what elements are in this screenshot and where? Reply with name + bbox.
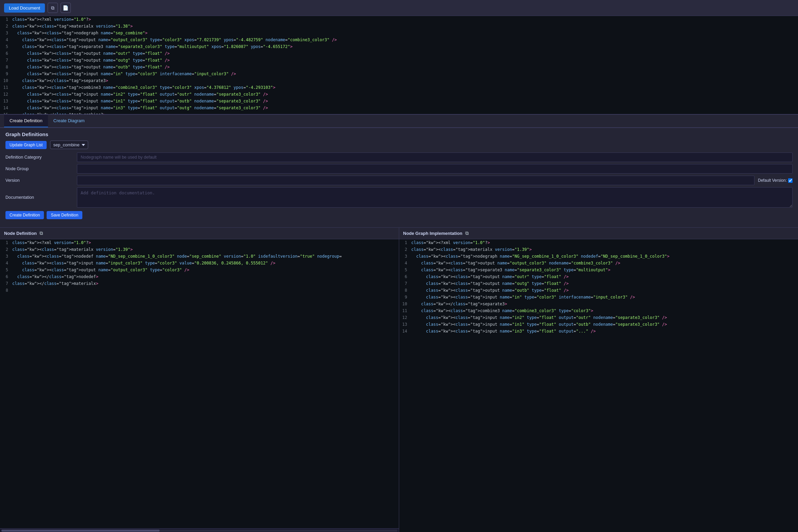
tabs-bar: Create Definition Create Diagram	[0, 115, 798, 128]
def-category-label: Definition Category	[5, 153, 77, 162]
table-row: 1class="kw"><?xml version="1.0"?>	[0, 239, 399, 246]
table-row: 3 class="kw"><class="tag">nodedef name="…	[0, 253, 399, 260]
table-row: 3 class="kw"><class="tag">nodegraph name…	[399, 253, 798, 260]
section-title: Graph Definitions	[5, 131, 793, 137]
table-row: 4 class="kw"><class="tag">output name="o…	[0, 36, 798, 43]
table-row: 12 class="kw"><class="tag">input name="i…	[399, 314, 798, 321]
default-version-checkbox[interactable]	[788, 178, 793, 183]
documentation-textarea[interactable]	[77, 187, 793, 208]
table-row: 1class="kw"><?xml version="1.0"?>	[0, 16, 798, 23]
table-row: 5 class="kw"><class="tag">output name="o…	[0, 267, 399, 273]
table-row: 4 class="kw"><class="tag">input name="in…	[0, 260, 399, 267]
table-row: 12 class="kw"><class="tag">input name="i…	[0, 91, 798, 98]
table-row: 11 class="kw"><class="tag">combine3 name…	[399, 307, 798, 314]
table-row: 8 class="kw"><class="tag">output name="o…	[399, 287, 798, 294]
bottom-section: Node Definition ⧉ 1class="kw"><?xml vers…	[0, 227, 798, 532]
tabs-section: Create Definition Create Diagram	[0, 115, 798, 128]
node-definition-title: Node Definition	[4, 231, 37, 236]
table-row: 1class="kw"><?xml version="1.0"?>	[399, 239, 798, 246]
default-version-label: Default Version:	[758, 178, 793, 183]
graph-definitions-section: Graph Definitions Update Graph List sep_…	[0, 128, 798, 227]
documentation-label: Documentation	[5, 193, 77, 202]
table-row: 7 class="kw"><class="tag">output name="o…	[0, 57, 798, 64]
new-button[interactable]: 📄	[61, 3, 71, 13]
node-definition-panel: Node Definition ⧉ 1class="kw"><?xml vers…	[0, 227, 399, 532]
save-definition-button[interactable]: Save Definition	[47, 211, 82, 219]
node-graph-header: Node Graph Implementation ⧉	[399, 228, 798, 239]
table-row: 11 class="kw"><class="tag">combine3 name…	[0, 84, 798, 91]
node-def-scrollbar[interactable]	[0, 528, 399, 532]
version-label: Version	[5, 176, 77, 185]
table-row: 2class="kw"><class="tag">materialx versi…	[399, 246, 798, 253]
table-row: 14 class="kw"><class="tag">input name="i…	[0, 104, 798, 111]
version-row: 1.0 Default Version:	[77, 176, 793, 185]
version-input[interactable]: 1.0	[77, 176, 754, 185]
table-row: 15 class="kw"></class="tag">combine3>	[0, 111, 798, 115]
middle-section: Create Definition Create Diagram Graph D…	[0, 115, 798, 227]
node-graph-panel: Node Graph Implementation ⧉ 1class="kw">…	[399, 227, 798, 532]
table-row: 9 class="kw"><class="tag">input name="in…	[399, 294, 798, 301]
node-graph-copy-icon[interactable]: ⧉	[465, 230, 469, 236]
table-row: 2class="kw"><class="tag">materialx versi…	[0, 23, 798, 30]
def-category-input[interactable]	[77, 152, 793, 162]
node-group-label: Node Group	[5, 164, 77, 173]
table-row: 13 class="kw"><class="tag">input name="i…	[0, 98, 798, 104]
table-row: 13 class="kw"><class="tag">input name="i…	[399, 321, 798, 328]
copy-button-1[interactable]: ⧉	[48, 3, 58, 13]
table-row: 9 class="kw"><class="tag">input name="in…	[0, 70, 798, 77]
graph-select[interactable]: sep_combine	[50, 141, 88, 149]
table-row: 2class="kw"><class="tag">materialx versi…	[0, 246, 399, 253]
table-row: 8	[0, 287, 399, 294]
table-row: 3 class="kw"><class="tag">nodegraph name…	[0, 30, 798, 36]
top-code-editor: 1class="kw"><?xml version="1.0"?>2class=…	[0, 16, 798, 115]
table-row: 8 class="kw"><class="tag">output name="o…	[0, 64, 798, 70]
table-row: 6 class="kw"><class="tag">output name="o…	[0, 50, 798, 57]
table-row: 7 class="kw"><class="tag">output name="o…	[399, 280, 798, 287]
load-document-button[interactable]: Load Document	[4, 3, 45, 13]
toolbar: Load Document ⧉ 📄	[0, 0, 798, 16]
node-definition-header: Node Definition ⧉	[0, 228, 399, 239]
definition-form: Definition Category Node Group procedura…	[5, 152, 793, 208]
update-graph-list-button[interactable]: Update Graph List	[5, 141, 47, 149]
graph-controls-row: Update Graph List sep_combine	[5, 141, 793, 149]
table-row: 4 class="kw"><class="tag">output name="o…	[399, 260, 798, 267]
create-definition-button[interactable]: Create Definition	[5, 211, 44, 219]
node-definition-copy-icon[interactable]: ⧉	[39, 230, 43, 236]
node-graph-title: Node Graph Implementation	[403, 231, 462, 236]
node-definition-code: 1class="kw"><?xml version="1.0"?>2class=…	[0, 239, 399, 528]
table-row: 7class="kw"></class="tag">materialx>	[0, 280, 399, 287]
tab-create-diagram[interactable]: Create Diagram	[48, 115, 90, 127]
table-row: 6 class="kw"></class="tag">nodedef>	[0, 273, 399, 280]
table-row: 5 class="kw"><class="tag">separate3 name…	[0, 43, 798, 50]
new-icon: 📄	[63, 5, 68, 11]
table-row: 14 class="kw"><class="tag">input name="i…	[399, 328, 798, 335]
tab-create-definition[interactable]: Create Definition	[4, 115, 48, 127]
table-row: 10 class="kw"></class="tag">separate3>	[0, 77, 798, 84]
action-buttons: Create Definition Save Definition	[5, 211, 793, 219]
table-row: 5 class="kw"><class="tag">separate3 name…	[399, 267, 798, 273]
node-def-thumb	[1, 530, 160, 532]
table-row: 6 class="kw"><class="tag">output name="o…	[399, 273, 798, 280]
node-group-input[interactable]: procedural	[77, 164, 793, 174]
copy-icon-1: ⧉	[51, 5, 54, 11]
node-def-track	[1, 530, 397, 532]
bottom-panels: Node Definition ⧉ 1class="kw"><?xml vers…	[0, 227, 798, 532]
node-graph-code: 1class="kw"><?xml version="1.0"?>2class=…	[399, 239, 798, 532]
table-row: 10 class="kw"></class="tag">separate3>	[399, 301, 798, 307]
